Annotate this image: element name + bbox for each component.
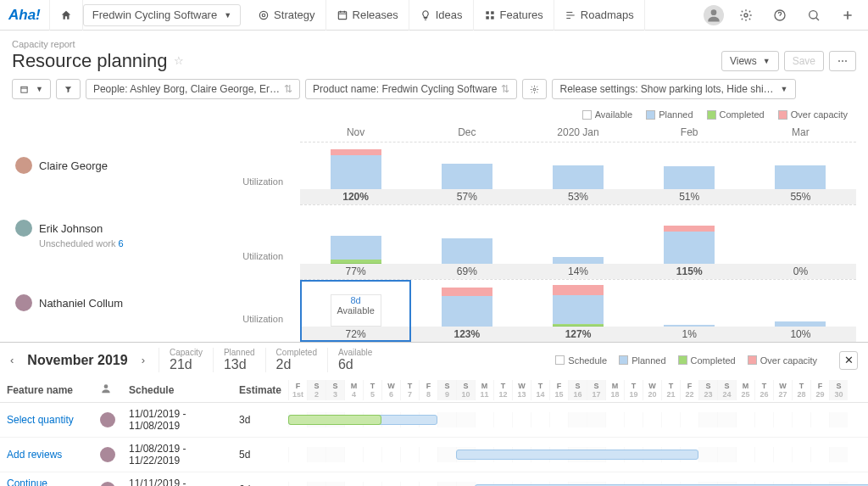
utilization-value: 14% xyxy=(522,264,633,279)
product-filter[interactable]: Product name: Fredwin Cycling Software⇅ xyxy=(305,79,517,99)
day-header: S10 xyxy=(456,380,475,400)
month-label: Nov xyxy=(300,123,411,142)
detail-panel: ‹ November 2019 › Capacity21dPlanned13dC… xyxy=(0,342,868,486)
people-filter[interactable]: People: Ashley Borg, Claire George, Er…⇅ xyxy=(86,79,300,99)
unscheduled-link[interactable]: 6 xyxy=(119,238,124,249)
prev-month-button[interactable]: ‹ xyxy=(10,354,14,366)
capacity-cell[interactable]: 77% xyxy=(300,205,411,264)
nav-features[interactable]: Features xyxy=(474,0,554,31)
day-header: T14 xyxy=(531,380,549,400)
utilization-label: Utilization xyxy=(15,249,292,264)
nav-ideas[interactable]: Ideas xyxy=(409,0,474,31)
avatar xyxy=(15,220,32,237)
capacity-cell[interactable]: 51% xyxy=(634,142,745,189)
capacity-cell[interactable]: 127% xyxy=(522,280,633,327)
assignee-avatar xyxy=(100,412,115,427)
utilization-value: 72% xyxy=(300,327,411,342)
nav-releases[interactable]: Releases xyxy=(326,0,409,31)
target-icon xyxy=(258,9,270,21)
day-header: W27 xyxy=(773,380,792,400)
capacity-cell[interactable]: 53% xyxy=(522,142,633,189)
utilization-value: 69% xyxy=(411,264,522,279)
day-header: S9 xyxy=(437,380,456,400)
product-selector[interactable]: Fredwin Cycling Software▼ xyxy=(83,4,241,26)
capacity-cell[interactable]: 55% xyxy=(745,142,856,189)
day-header: T7 xyxy=(400,380,419,400)
roadmap-icon xyxy=(565,9,576,21)
task-link[interactable]: Select quantity xyxy=(7,414,74,426)
settings-button[interactable] xyxy=(734,3,758,27)
release-settings-gear[interactable] xyxy=(522,79,547,99)
more-button[interactable]: ⋯ xyxy=(829,51,856,71)
favorite-icon[interactable]: ☆ xyxy=(174,54,184,67)
task-row: Add reviews11/08/2019 - 11/22/20195d xyxy=(0,438,868,472)
task-link[interactable]: Add reviews xyxy=(7,449,62,461)
search-button[interactable] xyxy=(802,3,826,27)
utilization-label: Utilization xyxy=(15,311,292,327)
svg-rect-6 xyxy=(491,16,494,20)
calendar-icon xyxy=(337,9,348,21)
column-header: Schedule xyxy=(122,377,232,403)
gantt-bar-completed xyxy=(288,415,381,425)
day-header: M4 xyxy=(344,380,363,400)
capacity-cell[interactable]: 10% xyxy=(745,280,856,327)
day-header: S24 xyxy=(717,380,736,400)
capacity-cell[interactable]: 69% xyxy=(411,205,522,264)
save-button[interactable]: Save xyxy=(784,51,824,71)
home-button[interactable] xyxy=(49,0,83,31)
capacity-cell[interactable]: 120% xyxy=(300,142,411,189)
home-icon xyxy=(60,9,72,21)
nav-roadmaps[interactable]: Roadmaps xyxy=(554,0,645,31)
utilization-value: 10% xyxy=(745,327,856,342)
capacity-cell[interactable]: 57% xyxy=(411,142,522,189)
nav-strategy[interactable]: Strategy xyxy=(248,0,326,31)
capacity-cell[interactable]: 72%8dAvailable xyxy=(300,280,411,327)
task-estimate: 3d xyxy=(232,403,288,438)
plus-icon xyxy=(841,8,854,22)
month-label: 2020 Jan xyxy=(522,123,633,142)
help-icon xyxy=(773,8,787,22)
task-link[interactable]: Continue shopping xyxy=(7,478,48,486)
svg-rect-4 xyxy=(491,11,494,14)
filter-toggle[interactable] xyxy=(56,79,81,99)
filter-bar: ▼ People: Ashley Borg, Claire George, Er… xyxy=(0,75,868,108)
utilization-value: 77% xyxy=(300,264,411,279)
svg-point-12 xyxy=(534,88,537,91)
close-detail-button[interactable]: ✕ xyxy=(839,351,858,370)
utilization-value: 115% xyxy=(634,264,745,279)
capacity-cell[interactable]: 0% xyxy=(745,205,856,264)
next-month-button[interactable]: › xyxy=(142,354,145,366)
person-name: Nathaniel Collum xyxy=(39,297,123,310)
svg-rect-2 xyxy=(338,11,346,19)
svg-rect-11 xyxy=(21,87,27,92)
capacity-cell[interactable]: 123% xyxy=(411,280,522,327)
day-header: S2 xyxy=(307,380,326,400)
day-header: F22 xyxy=(680,380,698,400)
month-label: Feb xyxy=(634,123,745,142)
svg-point-10 xyxy=(810,10,817,18)
release-filter[interactable]: Release settings: Show parking lots, Hid… xyxy=(552,79,795,99)
user-avatar[interactable] xyxy=(704,5,724,25)
calendar-icon xyxy=(19,85,29,94)
task-row: Select quantity11/01/2019 - 11/08/20193d xyxy=(0,403,868,438)
help-button[interactable] xyxy=(768,3,792,27)
day-header: S30 xyxy=(829,380,848,400)
capacity-cell[interactable]: 115% xyxy=(634,205,745,264)
task-table: Feature nameScheduleEstimateF1stS2S3M4T5… xyxy=(0,377,868,486)
day-header: T19 xyxy=(624,380,643,400)
utilization-label: Utilization xyxy=(15,174,292,189)
page-title: Resource planning xyxy=(12,50,167,72)
capacity-cell[interactable]: 14% xyxy=(522,205,633,264)
views-button[interactable]: Views▼ xyxy=(721,51,779,71)
date-filter[interactable]: ▼ xyxy=(12,79,51,99)
day-header: S16 xyxy=(568,380,587,400)
person-name: Erik Johnson xyxy=(39,222,103,235)
capacity-cell[interactable]: 1% xyxy=(634,280,745,327)
gantt-bar[interactable] xyxy=(456,450,698,460)
task-schedule: 11/01/2019 - 11/08/2019 xyxy=(122,403,232,438)
column-header: Estimate xyxy=(232,377,288,403)
day-header: T5 xyxy=(363,380,381,400)
person-icon xyxy=(100,383,112,394)
svg-point-1 xyxy=(262,14,265,17)
add-button[interactable] xyxy=(836,3,860,27)
